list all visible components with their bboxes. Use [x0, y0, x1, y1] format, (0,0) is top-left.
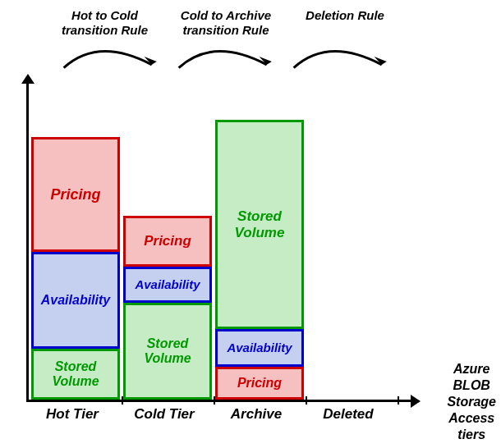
rule-cold-to-archive: Cold to Archive transition Rule [168, 8, 283, 38]
y-axis [26, 82, 29, 402]
y-axis-arrowhead-icon [21, 74, 34, 84]
transition-arrow-3-icon [287, 41, 394, 82]
tier-label-deleted: Deleted [302, 406, 394, 423]
tier-label-hot: Hot Tier [26, 406, 118, 423]
cold-pricing: Pricing [123, 216, 212, 267]
tier-archive: Stored Volume Availability Pricing [215, 120, 304, 400]
tick-3 [306, 396, 307, 405]
cold-availability: Availability [123, 267, 212, 303]
tier-labels-row: Hot Tier Cold Tier Archive Deleted [26, 406, 394, 423]
hot-pricing: Pricing [31, 137, 120, 252]
rule-labels-row: Hot to Cold transition Rule Cold to Arch… [49, 8, 398, 38]
transition-arrow-1-icon [57, 41, 164, 82]
archive-volume: Stored Volume [215, 120, 304, 329]
tier-cold: Pricing Availability Stored Volume [123, 216, 212, 400]
chart-area: Pricing Availability Stored Volume Prici… [26, 82, 412, 402]
rule-deletion: Deletion Rule [292, 8, 398, 38]
hot-volume: Stored Volume [31, 349, 120, 400]
tick-4 [398, 396, 399, 405]
tick-2 [214, 396, 215, 405]
tier-hot: Pricing Availability Stored Volume [31, 137, 120, 400]
tick-1 [122, 396, 123, 405]
cold-volume: Stored Volume [123, 303, 212, 400]
archive-pricing: Pricing [215, 367, 304, 400]
rule-hot-to-cold: Hot to Cold transition Rule [49, 8, 160, 38]
x-axis [26, 400, 412, 402]
x-axis-arrowhead-icon [411, 395, 421, 408]
hot-availability: Availability [31, 252, 120, 349]
tier-label-cold: Cold Tier [118, 406, 210, 423]
tier-label-archive: Archive [210, 406, 302, 423]
archive-availability: Availability [215, 329, 304, 367]
side-label: Azure BLOB Storage Access tiers [447, 361, 496, 443]
transition-arrow-2-icon [172, 41, 279, 82]
